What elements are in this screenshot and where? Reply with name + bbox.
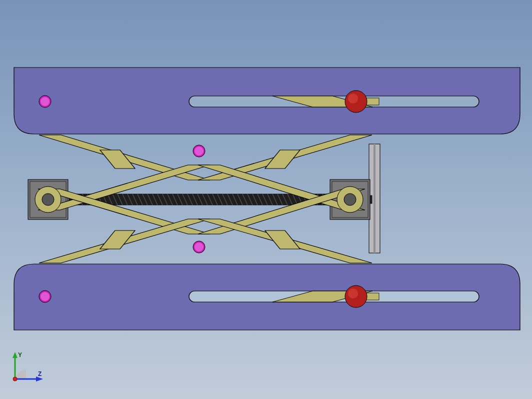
svg-point-71 [194,146,204,156]
svg-point-75 [42,194,54,206]
cad-3d-viewport[interactable] [0,0,532,399]
svg-point-83 [348,288,358,298]
svg-point-77 [344,194,356,206]
orientation-triad[interactable]: Y Z [10,350,45,385]
model-canvas[interactable] [0,0,532,399]
axis-label-z: Z [38,370,42,378]
bottom-plate [14,264,520,330]
svg-rect-7 [374,144,376,253]
svg-marker-85 [12,352,18,358]
svg-point-73 [194,242,204,252]
svg-point-3 [40,97,50,106]
top-plate [14,68,520,134]
svg-point-81 [40,292,50,301]
svg-point-5 [348,94,358,104]
axis-label-y: Y [18,352,22,358]
svg-point-88 [13,377,17,381]
